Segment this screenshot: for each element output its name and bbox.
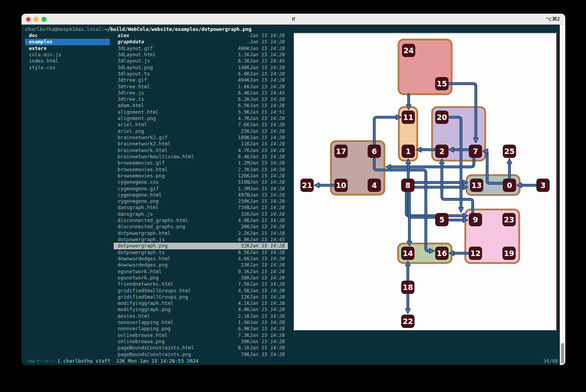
file-modified: Jan 15 14:28 bbox=[250, 211, 285, 217]
file-row[interactable]: brainnetwork2.gif189KJan 15 14:28 bbox=[114, 134, 288, 141]
file-row[interactable]: egonetwork.png38KJan 15 14:28 bbox=[114, 275, 288, 281]
file-name: brainnetwork2.html bbox=[118, 141, 232, 147]
file-row[interactable]: ariel.png23KJan 15 14:28 bbox=[114, 128, 288, 134]
file-name: cygenegene.css bbox=[118, 179, 232, 185]
file-row[interactable]: gridifiedSmallGroups.png12KJan 15 14:28 bbox=[114, 294, 288, 300]
file-row[interactable]: downwardedges.png23KJan 15 14:28 bbox=[114, 262, 288, 268]
file-row[interactable]: browsemovies.gif1.2MJan 15 14:28 bbox=[114, 160, 288, 166]
file-row[interactable]: 3dLayout.png148KJan 15 14:28 bbox=[114, 64, 288, 71]
file-modified: Jan 15 14:28 bbox=[250, 288, 285, 294]
file-row[interactable]: cygenegene.css519BJan 15 14:28 bbox=[114, 179, 288, 185]
file-name: egonetwork.png bbox=[118, 275, 232, 281]
file-row[interactable]: alignment.png4.7KJan 15 14:28 bbox=[114, 115, 288, 122]
graph-node-label: 20 bbox=[437, 113, 447, 122]
file-name: disconnected_graphs.png bbox=[118, 224, 232, 230]
file-modified: Jan 15 14:28 bbox=[250, 338, 285, 345]
file-row[interactable]: brainnetwork.html4.7KJan 15 14:28 bbox=[114, 147, 288, 154]
file-list-panel: alex-Jan 15 14:28graphdata-Jan 15 14:283… bbox=[114, 32, 288, 358]
file-modified: Jan 15 14:28 bbox=[250, 198, 285, 204]
graph-node-label: 1 bbox=[406, 147, 411, 156]
graph-node-label: 8 bbox=[405, 181, 410, 190]
graph-node-label: 11 bbox=[403, 113, 413, 122]
sidebar-item-extern[interactable]: extern bbox=[25, 45, 110, 52]
file-row[interactable]: adam.html6.5KJan 15 14:28 bbox=[114, 102, 288, 109]
file-name: cygenegene.html bbox=[118, 192, 232, 198]
graph-node-label: 23 bbox=[504, 215, 514, 224]
graph-node-label: 10 bbox=[336, 181, 346, 190]
sidebar-item-cola.min.js[interactable]: cola.min.js bbox=[25, 52, 110, 58]
file-row[interactable]: disconnected_graphs.png26KJan 15 14:28 bbox=[114, 224, 288, 230]
file-row[interactable]: dansgraph.js32KJan 15 14:28 bbox=[114, 211, 288, 217]
file-row[interactable]: 3dLayout.gif486KJan 15 14:28 bbox=[114, 45, 288, 52]
file-row[interactable]: alignment.html5.9KJan 15 14:51 bbox=[114, 109, 288, 115]
file-row[interactable]: downwardedges.html4.6KJan 15 14:28 bbox=[114, 256, 288, 262]
file-row[interactable]: 3dtree.ts6.2KJan 15 14:28 bbox=[114, 96, 288, 102]
graph-node-label: 17 bbox=[336, 147, 346, 156]
scrollbar-track[interactable] bbox=[560, 25, 565, 365]
graph-node-label: 25 bbox=[504, 147, 515, 156]
path-filename: dotpowergraph.png bbox=[202, 26, 252, 32]
file-row[interactable]: cygenegene.png230KJan 15 14:28 bbox=[114, 198, 288, 204]
file-name: pageBoundsConstraints.png bbox=[118, 351, 232, 358]
sidebar-item-examples[interactable]: examples bbox=[25, 39, 110, 45]
file-modified: Jan 15 14:51 bbox=[250, 109, 285, 115]
file-row[interactable]: 3dlayout.js6.2KJan 15 14:45 bbox=[114, 58, 288, 64]
file-row[interactable]: egonetwork.html9.3KJan 15 14:28 bbox=[114, 268, 288, 275]
file-row[interactable]: onlinebrowse.png39KJan 15 14:28 bbox=[114, 338, 288, 345]
graph-node-label: 14 bbox=[403, 249, 413, 258]
sidebar-item-index.html[interactable]: index.html bbox=[25, 58, 110, 64]
file-row[interactable]: graphdata-Jan 15 14:28 bbox=[114, 39, 288, 45]
file-row[interactable]: friendnetworks.html7.5KJan 15 14:28 bbox=[114, 281, 288, 287]
current-path: charlbotha@meepm1max.local:~/build/WebCo… bbox=[25, 26, 252, 32]
file-size: 486K bbox=[232, 45, 250, 52]
file-row[interactable]: cygenegene.html497BJan 15 14:28 bbox=[114, 192, 288, 198]
file-size: 148K bbox=[232, 64, 250, 71]
file-row[interactable]: dotpowergraph.html2.2KJan 15 14:28 bbox=[114, 230, 288, 236]
file-name: adam.html bbox=[118, 102, 232, 109]
scrollbar-thumb[interactable] bbox=[561, 343, 564, 363]
file-row[interactable]: 3dtree.html1.6KJan 15 14:28 bbox=[114, 84, 288, 90]
file-row[interactable]: movies.html2.1KJan 15 14:28 bbox=[114, 313, 288, 319]
file-row[interactable]: dotpowergraph.ts6.5KJan 15 14:28 bbox=[114, 249, 288, 256]
path-directory: ~/build/WebCola/website/examples/ bbox=[104, 26, 201, 32]
file-row[interactable]: cygenegene.gif1.3MJan 15 14:28 bbox=[114, 186, 288, 192]
graph-node-label: 24 bbox=[404, 46, 414, 55]
file-row[interactable]: browsemovies.html2.3KJan 15 14:28 bbox=[114, 166, 288, 173]
window-shortcut: ⌥⌘2 bbox=[546, 14, 560, 25]
file-modified: Jan 15 14:28 bbox=[250, 243, 285, 249]
file-row[interactable]: ariel.html7.6KJan 15 14:28 bbox=[114, 122, 288, 128]
sidebar-item-doc[interactable]: doc bbox=[25, 32, 110, 39]
file-row[interactable]: nonoverlapping.png6.9KJan 15 14:28 bbox=[114, 326, 288, 332]
file-name: 3dtree.js bbox=[118, 90, 232, 96]
file-row[interactable]: browsemovies.png126KJan 15 14:28 bbox=[114, 173, 288, 179]
file-row[interactable]: dotpowergraph.png32KJan 15 14:28 bbox=[114, 243, 288, 249]
file-name: onlinebrowse.html bbox=[118, 332, 232, 338]
file-name: modifyinggraph.html bbox=[118, 300, 232, 306]
file-row[interactable]: dotpowergraph.js6.8KJan 15 14:45 bbox=[114, 236, 288, 243]
file-row[interactable]: dansgraph.html739BJan 15 14:28 bbox=[114, 204, 288, 211]
file-row[interactable]: alex-Jan 15 14:28 bbox=[114, 32, 288, 39]
file-row[interactable]: modifyinggraph.png4.0KJan 15 14:28 bbox=[114, 306, 288, 313]
file-size: 6.2K bbox=[232, 96, 250, 102]
sidebar-item-style.css[interactable]: style.css bbox=[25, 64, 110, 71]
file-row[interactable]: gridifiedSmallGroups.html4.5KJan 15 14:2… bbox=[114, 288, 288, 294]
file-row[interactable]: brainnetworkmultiview.html6.4KJan 15 14:… bbox=[114, 154, 288, 160]
file-size: 519B bbox=[232, 179, 250, 185]
graph-node-label: 16 bbox=[437, 249, 447, 258]
file-row[interactable]: pageBoundsConstraints.png70KJan 15 14:28 bbox=[114, 351, 288, 358]
file-row[interactable]: brainnetwork2.html11KJan 15 14:28 bbox=[114, 141, 288, 147]
file-modified: Jan 15 14:28 bbox=[250, 224, 285, 230]
file-name: 3dLayout.html bbox=[118, 52, 232, 58]
edge-arrowhead bbox=[314, 183, 319, 188]
file-row[interactable]: modifyinggraph.html4.1KJan 15 14:28 bbox=[114, 300, 288, 306]
file-row[interactable]: 3dLayout.html1.1KJan 15 14:28 bbox=[114, 52, 288, 58]
file-row[interactable]: nonoverlapping.html1.5KJan 15 14:28 bbox=[114, 319, 288, 326]
file-size: 1.6K bbox=[232, 84, 250, 90]
file-row[interactable]: 3dtree.gif494KJan 15 14:28 bbox=[114, 77, 288, 83]
file-row[interactable]: pageBoundsConstraints.html8.1KJan 15 14:… bbox=[114, 345, 288, 351]
file-row[interactable]: 3dlayout.ts6.0KJan 15 14:28 bbox=[114, 71, 288, 77]
file-row[interactable]: disconnected_graphs.html4.0KJan 15 14:28 bbox=[114, 217, 288, 224]
file-row[interactable]: onlinebrowse.html7.3KJan 15 14:28 bbox=[114, 332, 288, 338]
file-name: pageBoundsConstraints.html bbox=[118, 345, 232, 351]
file-row[interactable]: 3dtree.js6.4KJan 15 14:45 bbox=[114, 90, 288, 96]
